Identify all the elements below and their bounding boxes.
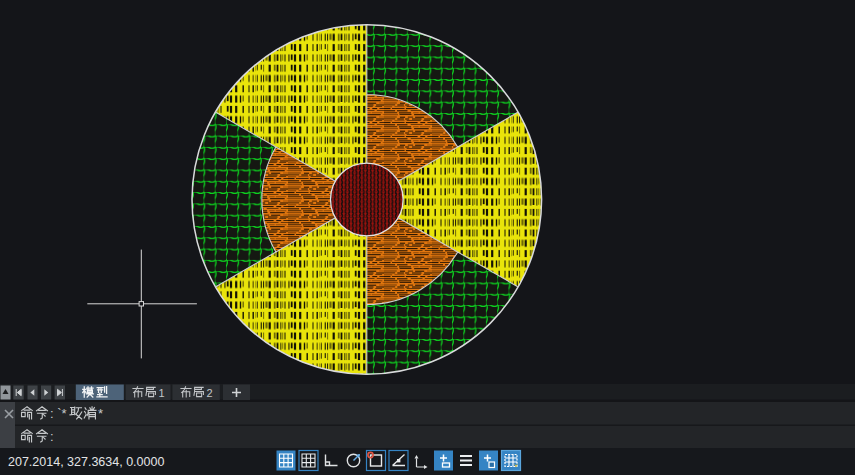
svg-text::: : [50,429,54,444]
svg-text:2: 2 [207,387,213,399]
svg-text:1: 1 [159,387,165,399]
svg-text:207.2014, 327.3634, 0.0000: 207.2014, 327.3634, 0.0000 [8,455,164,469]
svg-text:*: * [98,406,103,421]
svg-text:: `*: : `* [50,406,67,421]
